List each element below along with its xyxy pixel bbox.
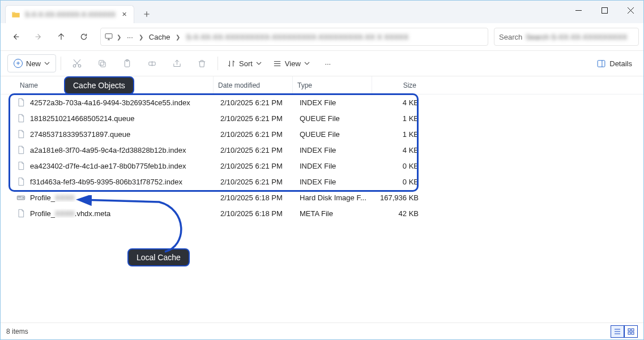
file-size: 167,936 KB [374,193,425,202]
table-row[interactable]: f31d463a-fef3-4b95-9395-806b31f78752.ind… [3,174,643,190]
new-label: New [26,59,41,68]
svg-rect-1 [105,34,112,38]
close-tab-icon[interactable]: ✕ [120,11,128,19]
sort-label: Sort [239,59,253,68]
file-size: 1 KB [374,130,425,139]
file-type: INDEX File [295,162,374,170]
svg-rect-13 [18,197,21,197]
rename-button[interactable] [140,54,163,73]
maximize-button[interactable] [591,1,617,20]
file-date: 2/10/2025 6:21 PM [216,162,295,170]
file-type: INDEX File [295,178,374,186]
new-button[interactable]: + New [7,54,56,72]
file-size: 4 KB [374,98,425,107]
file-date: 2/10/2025 6:21 PM [216,146,295,154]
file-type: META File [295,209,374,218]
svg-rect-14 [628,329,630,331]
chevron-down-icon [256,61,262,66]
table-row[interactable]: 2748537183395371897.queue2/10/2025 6:21 … [3,126,643,142]
details-view-icon[interactable] [611,325,624,338]
view-icon [273,59,282,68]
view-label: View [285,59,301,68]
up-button[interactable] [50,27,72,47]
file-size: 4 KB [374,146,425,154]
large-icons-view-icon[interactable] [624,325,638,338]
svg-rect-5 [100,62,105,67]
rename-icon [147,59,157,68]
refresh-icon [79,32,88,41]
delete-button[interactable] [190,54,213,73]
chevron-right-icon: ❯ [174,34,181,40]
share-icon [172,59,182,68]
breadcrumb-tail[interactable]: S-X-XX-XX-XXXXXXXXX-XXXXXXXXX-XXXXXXXXX-… [184,32,411,42]
svg-rect-10 [598,60,605,66]
folder-icon [11,10,20,19]
file-type: QUEUE File [295,130,374,139]
cut-button[interactable] [66,54,88,73]
explorer-window: S-X-X-XX-XXXXX-X-XXXXXX ✕ ❯ ··· ❯ Cache … [0,0,644,340]
file-date: 2/10/2025 6:21 PM [216,178,295,186]
table-row[interactable]: 18182510214668505214.queue2/10/2025 6:21… [3,110,643,126]
plus-icon [143,10,151,18]
more-button[interactable]: ··· [317,54,339,73]
active-tab[interactable]: S-X-X-XX-XXXXX-X-XXXXXX ✕ [5,5,134,23]
table-row[interactable]: ea423402-d7fe-4c1d-ae17-8b0b775feb1b.ind… [3,158,643,174]
details-icon [596,59,606,68]
file-name: ea423402-d7fe-4c1d-ae17-8b0b775feb1b.ind… [12,161,216,170]
table-row[interactable]: Profile_XXXX.vhdx.meta2/10/2025 6:18 PMM… [3,205,643,221]
copy-button[interactable] [91,54,113,73]
paste-button[interactable] [116,54,138,73]
file-name: 42572a3b-703a-4a16-9494-3b269354ce55.ind… [12,98,216,107]
details-label: Details [609,59,632,68]
monitor-icon [104,32,113,41]
window-close-button[interactable] [617,1,643,20]
breadcrumb-cache[interactable]: Cache [147,32,173,42]
cache-objects-callout: Cache Objects [64,76,134,94]
file-type: Hard Disk Image F... [295,193,374,202]
file-size: 42 KB [374,209,425,218]
view-mode-switcher [611,325,638,338]
maximize-icon [602,7,608,14]
minimize-button[interactable] [565,1,591,20]
col-size[interactable]: Size [372,76,423,94]
view-button[interactable]: View [268,54,314,73]
address-bar[interactable]: ❯ ··· ❯ Cache ❯ S-X-XX-XX-XXXXXXXXX-XXXX… [100,28,488,46]
file-type: INDEX File [295,98,374,107]
toolbar: + New Sort View ··· Details [1,50,643,76]
table-row[interactable]: Profile_XXXX2/10/2025 6:18 PMHard Disk I… [3,190,643,205]
svg-rect-15 [632,329,634,331]
up-arrow-icon [57,32,66,41]
cut-icon [72,58,82,68]
local-cache-callout: Local Cache [127,248,190,266]
file-size: 1 KB [374,114,425,123]
table-row[interactable]: a2a181e8-3f70-4a95-9c4a-f2d38828b12b.ind… [3,142,643,158]
file-date: 2/10/2025 6:18 PM [216,209,295,218]
sort-button[interactable]: Sort [223,54,266,73]
share-button[interactable] [165,54,188,73]
minimize-icon [575,7,582,14]
back-button[interactable] [5,27,27,47]
details-pane-button[interactable]: Details [592,54,637,73]
file-name: Profile_XXXX [12,193,216,202]
col-type[interactable]: Type [293,76,372,94]
search-box[interactable]: Search Search S-XX-XX-XXXXXXXXX [494,28,639,46]
svg-point-12 [23,197,24,199]
svg-rect-0 [602,7,607,13]
file-list: 42572a3b-703a-4a16-9494-3b269354ce55.ind… [1,94,643,221]
paste-icon [122,59,132,68]
status-bar: 8 items [1,322,643,339]
file-name: 2748537183395371897.queue [12,130,216,139]
new-tab-button[interactable] [137,5,157,23]
file-name: a2a181e8-3f70-4a95-9c4a-f2d38828b12b.ind… [12,145,216,154]
table-row[interactable]: 42572a3b-703a-4a16-9494-3b269354ce55.ind… [3,94,643,110]
svg-rect-6 [99,60,104,65]
file-size: 0 KB [374,178,425,186]
trash-icon [197,59,207,68]
breadcrumb-ellipsis[interactable]: ··· [125,32,135,42]
col-date[interactable]: Date modified [214,76,293,94]
forward-button[interactable] [28,27,49,47]
refresh-button[interactable] [73,27,95,47]
item-count: 8 items [6,328,28,335]
file-name: f31d463a-fef3-4b95-9395-806b31f78752.ind… [12,177,216,186]
file-type: QUEUE File [295,114,374,123]
